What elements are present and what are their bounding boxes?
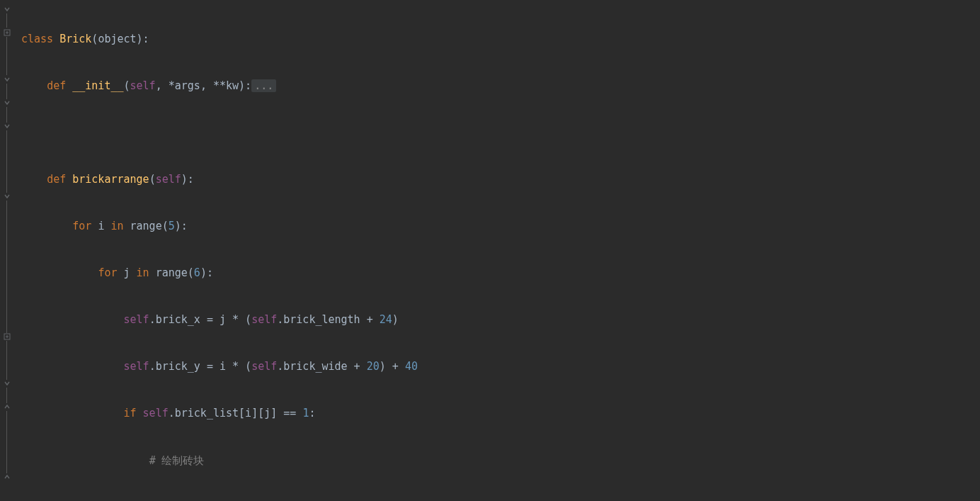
code-line[interactable]: def brickarrange(self): [21,168,980,191]
fold-up-icon[interactable] [3,403,11,411]
code-line[interactable]: class Brick(object): [21,28,980,51]
expand-icon[interactable] [3,28,11,37]
fold-placeholder[interactable]: ... [251,79,276,92]
gutter [0,0,16,501]
code-editor: class Brick(object): def __init__(self, … [0,0,980,501]
code-area[interactable]: class Brick(object): def __init__(self, … [16,0,980,501]
fold-icon[interactable] [3,122,11,130]
code-line[interactable]: if self.brick_list[i][j] == 1: [21,402,980,425]
fold-icon[interactable] [3,192,11,201]
fold-icon[interactable] [3,75,11,84]
fold-icon[interactable] [3,5,11,13]
code-line[interactable]: # 绘制砖块 [21,449,980,472]
expand-icon[interactable] [3,332,11,341]
code-line[interactable]: self.brick_y = i * (self.brick_wide + 20… [21,355,980,378]
code-line[interactable]: self.brick_x = j * (self.brick_length + … [21,308,980,332]
code-line[interactable]: for i in range(5): [21,215,980,238]
code-line[interactable] [21,121,980,145]
fold-icon[interactable] [3,379,11,388]
code-line[interactable]: pygame.draw.rect(self.game_window, self.… [21,495,980,501]
fold-up-icon[interactable] [3,473,11,481]
code-line[interactable]: for j in range(6): [21,261,980,285]
code-line[interactable]: def __init__(self, *args, **kw):... [21,74,980,98]
fold-icon[interactable] [3,98,11,107]
